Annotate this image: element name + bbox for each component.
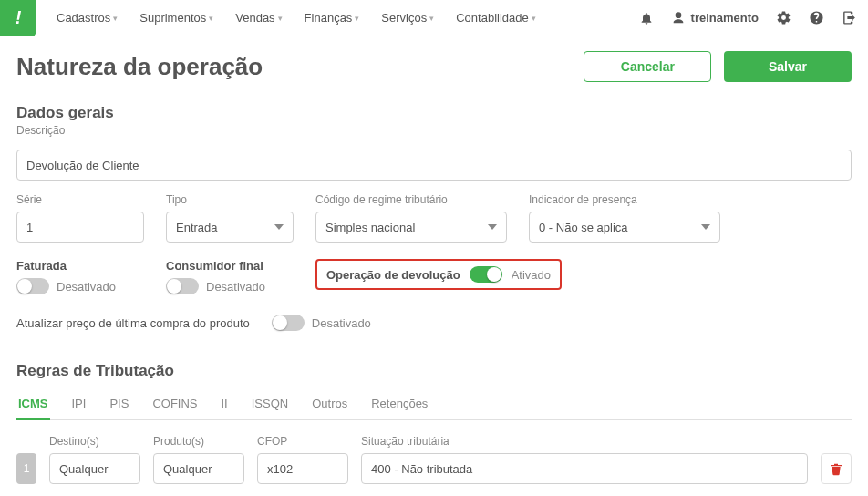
trash-icon <box>829 461 843 476</box>
descricao-label: Descrição <box>16 124 852 137</box>
descricao-input[interactable] <box>16 150 852 181</box>
cancel-button[interactable]: Cancelar <box>584 51 711 82</box>
tipo-select[interactable]: Entrada <box>166 212 294 243</box>
faturada-toggle[interactable] <box>16 278 49 294</box>
chevron-down-icon <box>488 224 497 230</box>
nav-vendas[interactable]: Vendas▾ <box>226 5 291 30</box>
user-menu[interactable]: treinamento <box>671 11 759 26</box>
tab-issqn[interactable]: ISSQN <box>250 389 290 419</box>
col-produto: Produto(s) <box>153 435 244 448</box>
serie-input[interactable] <box>16 212 144 243</box>
tipo-label: Tipo <box>166 193 294 206</box>
tax-grid-header: Destino(s) Produto(s) CFOP Situação trib… <box>16 435 852 448</box>
chevron-down-icon: ▾ <box>355 14 359 23</box>
top-actions: treinamento <box>638 10 857 26</box>
indicador-select[interactable]: 0 - Não se aplica <box>529 212 720 243</box>
user-icon <box>671 11 686 26</box>
faturada-label: Faturada <box>16 259 144 273</box>
save-button[interactable]: Salvar <box>724 51 852 82</box>
devolucao-state: Ativado <box>512 268 551 282</box>
nav-servicos[interactable]: Serviços▾ <box>372 5 443 30</box>
devolucao-highlight: Operação de devolução Ativado <box>315 259 562 290</box>
col-cfop: CFOP <box>257 435 348 448</box>
tab-ipi[interactable]: IPI <box>70 389 88 419</box>
serie-label: Série <box>16 193 144 206</box>
tax-tabs: ICMS IPI PIS COFINS II ISSQN Outros Rete… <box>16 389 852 420</box>
bell-icon[interactable] <box>638 10 655 26</box>
tab-ii[interactable]: II <box>220 389 230 419</box>
tab-icms[interactable]: ICMS <box>16 389 50 420</box>
user-name: treinamento <box>691 11 759 25</box>
indicador-label: Indicador de presença <box>529 193 720 206</box>
col-situacao: Situação tributária <box>361 435 852 448</box>
regime-label: Código de regime tributário <box>315 193 507 206</box>
tab-pis[interactable]: PIS <box>108 389 130 419</box>
devolucao-label: Operação de devolução <box>326 268 460 282</box>
consumidor-toggle[interactable] <box>166 278 199 294</box>
section-regras-tributacao: Regras de Tributação <box>16 362 852 380</box>
logout-icon[interactable] <box>841 10 857 26</box>
nav-cadastros[interactable]: Cadastros▾ <box>47 5 127 30</box>
cfop-input[interactable] <box>257 453 348 484</box>
chevron-down-icon <box>701 224 710 230</box>
devolucao-toggle[interactable] <box>470 266 502 283</box>
gear-icon[interactable] <box>775 10 791 26</box>
tab-cofins[interactable]: COFINS <box>150 389 199 419</box>
tab-retencoes[interactable]: Retenções <box>369 389 429 419</box>
nav-contabilidade[interactable]: Contabilidade▾ <box>447 5 545 30</box>
atualizar-preco-state: Desativado <box>312 316 371 330</box>
col-destino: Destino(s) <box>49 435 140 448</box>
consumidor-label: Consumidor final <box>166 259 294 273</box>
help-icon[interactable] <box>808 10 824 26</box>
main-nav: Cadastros▾ Suprimentos▾ Vendas▾ Finanças… <box>47 5 638 30</box>
chevron-down-icon <box>274 224 284 230</box>
atualizar-preco-toggle[interactable] <box>272 315 305 331</box>
tax-grid-row: 1 <box>16 453 852 484</box>
situacao-input[interactable] <box>361 453 808 484</box>
app-logo[interactable]: ! <box>0 0 36 36</box>
tab-outros[interactable]: Outros <box>310 389 349 419</box>
atualizar-preco-label: Atualizar preço de última compra do prod… <box>16 316 250 330</box>
top-navbar: ! Cadastros▾ Suprimentos▾ Vendas▾ Finanç… <box>0 0 868 36</box>
nav-financas[interactable]: Finanças▾ <box>295 5 369 30</box>
nav-suprimentos[interactable]: Suprimentos▾ <box>130 5 222 30</box>
consumidor-state: Desativado <box>206 280 265 294</box>
produto-input[interactable] <box>153 453 244 484</box>
chevron-down-icon: ▾ <box>278 14 283 23</box>
chevron-down-icon: ▾ <box>532 14 536 23</box>
row-number: 1 <box>16 453 36 484</box>
chevron-down-icon: ▾ <box>209 14 213 23</box>
regime-select[interactable]: Simples nacional <box>315 212 507 243</box>
delete-row-button[interactable] <box>821 453 852 484</box>
chevron-down-icon: ▾ <box>113 14 118 23</box>
faturada-state: Desativado <box>57 280 116 294</box>
destino-input[interactable] <box>49 453 140 484</box>
page-title: Natureza da operação <box>16 53 263 81</box>
chevron-down-icon: ▾ <box>429 14 434 23</box>
section-dados-gerais: Dados gerais <box>16 104 852 122</box>
page-header: Natureza da operação Cancelar Salvar <box>16 51 852 82</box>
